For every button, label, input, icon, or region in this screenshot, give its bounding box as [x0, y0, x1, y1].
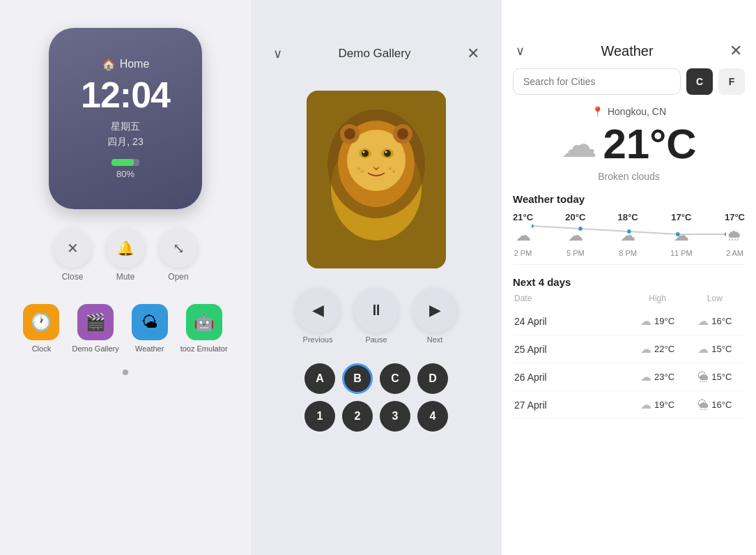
svg-point-11	[385, 151, 387, 153]
hourly-item-2am: 17°C 🌧 2 AM	[725, 212, 745, 257]
cloud-icon: ☁	[640, 314, 651, 328]
weather-chevron-button[interactable]: ∨	[516, 43, 525, 59]
pause-button[interactable]: ⏸	[354, 288, 399, 333]
gallery-dot-b[interactable]: B	[342, 363, 373, 394]
gallery-dots-row1: A B C D	[304, 363, 448, 394]
next-4-label: Next 4 days	[513, 276, 745, 288]
gallery-dots-row2: 1 2 3 4	[304, 401, 448, 432]
forecast-high: 22°C	[654, 344, 674, 354]
watch-time: 12:04	[81, 77, 170, 113]
battery-section: 80%	[111, 159, 139, 179]
svg-point-22	[627, 229, 631, 234]
close-action: ✕ Close	[53, 229, 92, 282]
close-label: Close	[62, 272, 84, 282]
cloud-icon: ☁	[697, 342, 709, 356]
playback-controls: ◀ Previous ⏸ Pause ▶ Next	[295, 288, 457, 344]
battery-percentage: 80%	[116, 169, 134, 179]
forecast-header: Date High Low	[513, 294, 745, 303]
rain-cloud-icon: 🌦	[697, 371, 709, 383]
forecast-low: 16°C	[711, 316, 732, 326]
next-button[interactable]: ▶	[412, 288, 457, 333]
cloud-icon: ☁	[640, 398, 651, 411]
rain-icon: 🌧	[727, 227, 742, 245]
svg-point-9	[384, 150, 391, 157]
weather-close-button[interactable]: ✕	[730, 42, 742, 60]
pause-label: Pause	[365, 335, 387, 344]
open-button[interactable]: ⤡	[159, 229, 198, 268]
watch-home-text: Home	[120, 58, 150, 70]
app-demo-gallery[interactable]: 🎬 Demo Gallery	[72, 304, 118, 353]
gallery-dot-2[interactable]: 2	[342, 401, 373, 432]
battery-fill	[111, 159, 134, 166]
gallery-dot-4[interactable]: 4	[417, 401, 448, 432]
search-input[interactable]	[513, 68, 681, 95]
middle-panel: ∨ Demo Gallery ✕	[251, 0, 502, 555]
current-cloud-icon: ☁	[561, 123, 597, 165]
close-button[interactable]: ✕	[53, 229, 92, 268]
gallery-dot-d[interactable]: D	[417, 363, 448, 394]
chevron-down-button[interactable]: ∨	[270, 43, 285, 64]
forecast-row-26april: 26 April ☁ 23°C 🌦 15°C	[513, 363, 745, 391]
tooz-icon: 🤖	[186, 304, 222, 340]
current-temperature: 21°C	[603, 120, 696, 168]
action-buttons: ✕ Close 🔔 Mute ⤡ Open	[53, 229, 198, 282]
svg-point-18	[344, 128, 355, 139]
mute-button[interactable]: 🔔	[106, 229, 145, 268]
forecast-col-high: High	[629, 294, 686, 303]
forecast-high: 23°C	[654, 372, 674, 382]
previous-label: Previous	[303, 335, 333, 344]
cloud-icon: ☁	[640, 342, 651, 356]
gallery-dot-a[interactable]: A	[304, 363, 335, 394]
svg-point-14	[389, 167, 392, 170]
forecast-col-low: Low	[686, 294, 743, 303]
pause-control: ⏸ Pause	[354, 288, 399, 344]
gallery-image	[307, 91, 446, 268]
svg-point-24	[725, 232, 727, 236]
gallery-close-button[interactable]: ✕	[464, 42, 482, 66]
weather-label: Weather	[135, 344, 164, 353]
svg-point-10	[363, 151, 365, 153]
next-label: Next	[427, 335, 443, 344]
gallery-dot-1[interactable]: 1	[304, 401, 335, 432]
next-control: ▶ Next	[412, 288, 457, 344]
app-tooz[interactable]: 🤖 tooz Emulator	[180, 304, 228, 353]
gallery-label: Demo Gallery	[72, 344, 118, 353]
hourly-item-2pm: 21°C ☁ 2 PM	[513, 212, 533, 257]
forecast-high: 19°C	[654, 400, 674, 410]
watch-card: 🏠 Home 12:04 星期五 四月, 23 80%	[49, 28, 202, 209]
gallery-dot-c[interactable]: C	[380, 363, 410, 394]
celsius-button[interactable]: C	[686, 68, 713, 95]
battery-bar	[111, 159, 139, 166]
app-weather[interactable]: 🌤 Weather	[132, 304, 168, 353]
weather-icon: 🌤	[132, 304, 168, 340]
previous-button[interactable]: ◀	[295, 288, 340, 333]
fahrenheit-button[interactable]: F	[718, 68, 745, 95]
svg-point-15	[392, 170, 395, 173]
cloud-icon: ☁	[640, 370, 651, 383]
weather-header: ∨ Weather ✕	[502, 0, 756, 68]
forecast-row-27april: 27 April ☁ 19°C 🌦 16°C	[513, 391, 745, 419]
open-label: Open	[168, 272, 188, 282]
weather-body: 📍 Hongkou, CN ☁ 21°C Broken clouds Weath…	[502, 100, 756, 555]
gallery-dot-3[interactable]: 3	[380, 401, 410, 432]
previous-control: ◀ Previous	[295, 288, 340, 344]
tooz-label: tooz Emulator	[180, 344, 228, 353]
hourly-forecast: 21°C ☁ 2 PM 20°C ☁ 5 PM 18°C ☁ 8 PM 17°C…	[513, 212, 745, 265]
forecast-low: 16°C	[711, 400, 732, 410]
forecast-low: 15°C	[711, 344, 732, 354]
rain-cloud-icon: 🌦	[697, 399, 709, 411]
watch-date: 星期五 四月, 23	[107, 119, 143, 150]
app-clock[interactable]: 🕐 Clock	[23, 304, 59, 353]
svg-point-19	[397, 128, 408, 139]
svg-point-12	[357, 167, 360, 170]
cloud-icon: ☁	[697, 314, 709, 328]
left-panel: 🏠 Home 12:04 星期五 四月, 23 80% ✕ Close 🔔 Mu…	[0, 0, 251, 555]
open-action: ⤡ Open	[159, 229, 198, 282]
forecast-row-24april: 24 April ☁ 19°C ☁ 16°C	[513, 307, 745, 335]
svg-point-8	[362, 150, 369, 157]
page-indicator	[123, 370, 128, 375]
app-icons: 🕐 Clock 🎬 Demo Gallery 🌤 Weather 🤖 tooz …	[23, 304, 227, 353]
current-condition: Broken clouds	[513, 171, 745, 182]
current-location: 📍 Hongkou, CN	[513, 106, 745, 117]
clock-label: Clock	[32, 344, 52, 353]
